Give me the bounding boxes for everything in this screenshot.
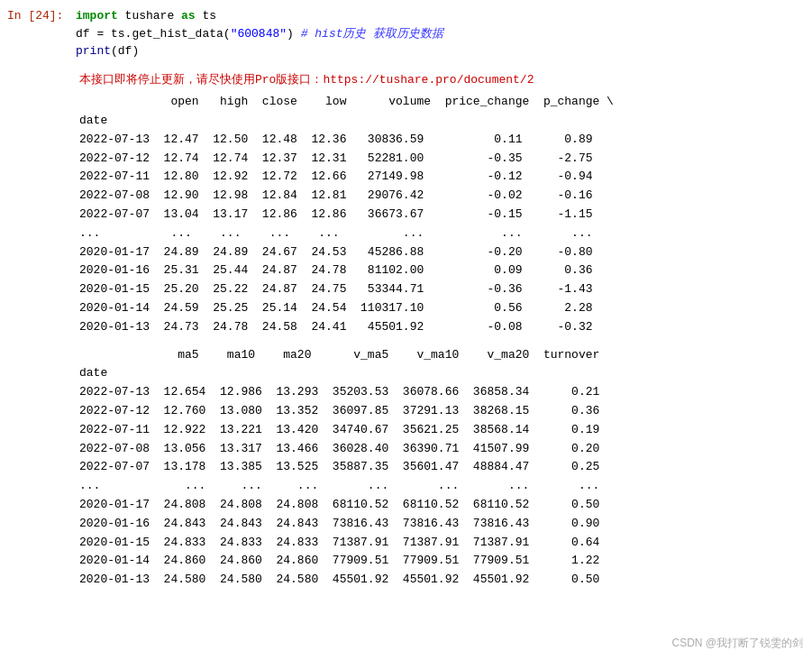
table2-row-9: 2020-01-14 24.860 24.860 24.860 77909.51… <box>79 552 805 571</box>
table2-date-label: date <box>79 364 805 383</box>
table2-row-2: 2022-07-11 12.922 13.221 13.420 34740.67… <box>79 421 805 440</box>
table1-row-10: 2020-01-13 24.73 24.78 24.58 24.41 45501… <box>79 318 805 337</box>
table2-row-1: 2022-07-12 12.760 13.080 13.352 36097.85… <box>79 402 805 421</box>
table1-row-7: 2020-01-16 25.31 25.44 24.87 24.78 81102… <box>79 261 805 280</box>
table2-row-10: 2020-01-13 24.580 24.580 24.580 45501.92… <box>79 571 805 590</box>
table2-row-0: 2022-07-13 12.654 12.986 13.293 35203.53… <box>79 383 805 402</box>
table2-header: ma5 ma10 ma20 v_ma5 v_ma10 v_ma20 turnov… <box>79 346 805 365</box>
data-table-2: ma5 ma10 ma20 v_ma5 v_ma10 v_ma20 turnov… <box>79 346 805 590</box>
table1-row-1: 2022-07-12 12.74 12.74 12.37 12.31 52281… <box>79 150 805 169</box>
table2-row-7: 2020-01-16 24.843 24.843 24.843 73816.43… <box>79 515 805 534</box>
table1-header: open high close low volume price_change … <box>79 93 805 112</box>
data-table-1: open high close low volume price_change … <box>79 93 805 336</box>
table1-row-2: 2022-07-11 12.80 12.92 12.72 12.66 27149… <box>79 168 805 187</box>
table1-row-4: 2022-07-07 13.04 13.17 12.86 12.86 36673… <box>79 206 805 225</box>
table1-row-5: ... ... ... ... ... ... ... ... <box>79 225 805 243</box>
table1-row-9: 2020-01-14 24.59 25.25 25.14 24.54 11031… <box>79 299 805 318</box>
table1-date-label: date <box>79 112 805 131</box>
cell-label: In [24]: <box>0 7 72 60</box>
watermark: CSDN @我打断了锐雯的剑 <box>671 636 803 651</box>
warning-text: 本接口即将停止更新，请尽快使用Pro版接口：https://tushare.pr… <box>79 71 805 90</box>
code-line-print: print(df) <box>76 42 808 60</box>
table1-row-6: 2020-01-17 24.89 24.89 24.67 24.53 45286… <box>79 243 805 262</box>
table1-row-0: 2022-07-13 12.47 12.50 12.48 12.36 30836… <box>79 131 805 150</box>
table1-row-3: 2022-07-08 12.90 12.98 12.84 12.81 29076… <box>79 187 805 206</box>
output-area: 本接口即将停止更新，请尽快使用Pro版接口：https://tushare.pr… <box>72 68 812 594</box>
cell-content: import tushare as tsdf = ts.get_hist_dat… <box>72 7 812 60</box>
notebook-cell: In [24]: import tushare as tsdf = ts.get… <box>0 0 812 68</box>
code-line-import: import tushare as ts <box>76 7 808 25</box>
code-line-df: df = ts.get_hist_data("600848") # hist历史… <box>76 25 808 43</box>
table2-row-4: 2022-07-07 13.178 13.385 13.525 35887.35… <box>79 458 805 477</box>
table1-row-8: 2020-01-15 25.20 25.22 24.87 24.75 53344… <box>79 280 805 299</box>
table2-row-5: ... ... ... ... ... ... ... ... <box>79 477 805 496</box>
table2-row-3: 2022-07-08 13.056 13.317 13.466 36028.40… <box>79 440 805 459</box>
table2-row-8: 2020-01-15 24.833 24.833 24.833 71387.91… <box>79 534 805 553</box>
table2-row-6: 2020-01-17 24.808 24.808 24.808 68110.52… <box>79 496 805 515</box>
